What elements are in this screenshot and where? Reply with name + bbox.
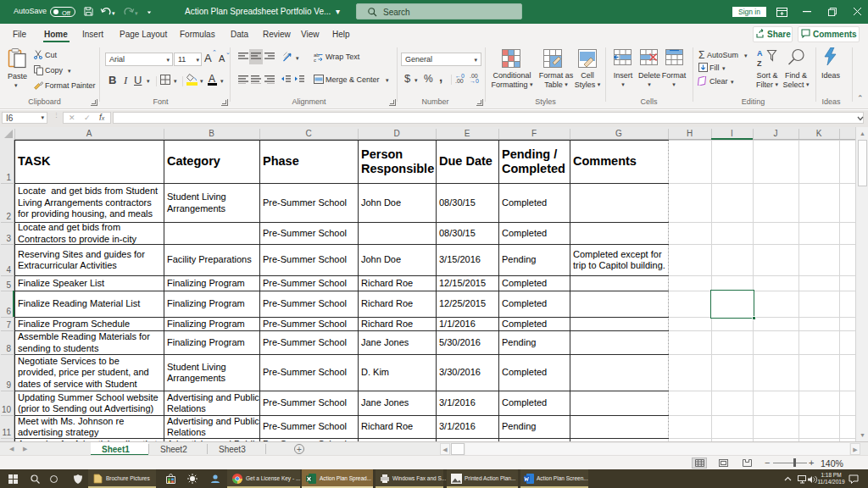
svg-text:Z: Z — [757, 59, 762, 68]
svg-text:c: c — [314, 58, 316, 63]
svg-text:A: A — [757, 49, 763, 58]
